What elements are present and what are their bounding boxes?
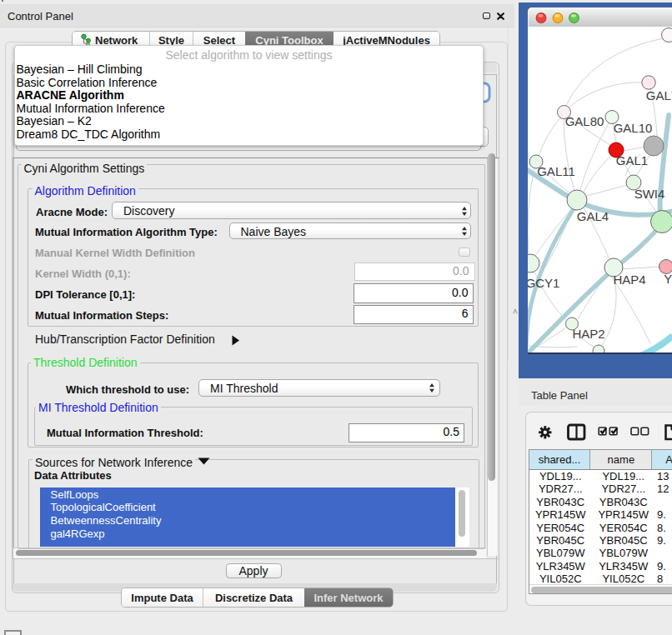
svg-text:HAP4: HAP4 [613,272,645,287]
svg-text:GAL7: GAL7 [646,88,672,102]
svg-text:GAL1: GAL1 [616,153,648,168]
svg-text:HAP2: HAP2 [572,327,604,341]
svg-text:GAL10: GAL10 [614,121,653,135]
svg-text:GAL4: GAL4 [577,209,609,223]
svg-text:GAL11: GAL11 [537,164,575,178]
svg-text:GAL80: GAL80 [565,114,604,128]
svg-text:YDR: YDR [664,272,672,286]
svg-text:SWI4: SWI4 [634,187,665,201]
svg-text:GCY1: GCY1 [528,276,559,290]
